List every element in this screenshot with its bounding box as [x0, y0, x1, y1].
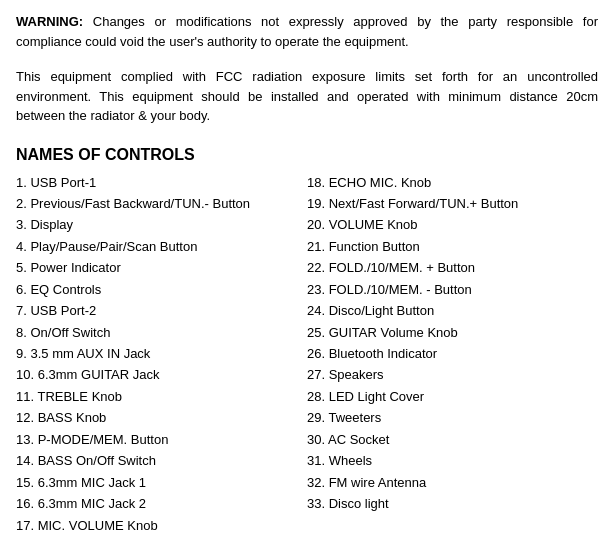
list-item: 29. Tweeters	[307, 407, 598, 428]
list-item: 10. 6.3mm GUITAR Jack	[16, 364, 307, 385]
list-item: 5. Power Indicator	[16, 257, 307, 278]
list-item: 24. Disco/Light Button	[307, 300, 598, 321]
names-title: NAMES OF CONTROLS	[16, 146, 598, 164]
list-item: 14. BASS On/Off Switch	[16, 450, 307, 471]
list-item: 18. ECHO MIC. Knob	[307, 172, 598, 193]
list-item: 4. Play/Pause/Pair/Scan Button	[16, 236, 307, 257]
list-item: 15. 6.3mm MIC Jack 1	[16, 472, 307, 493]
list-item: 25. GUITAR Volume Knob	[307, 322, 598, 343]
warning-label: WARNING:	[16, 14, 83, 29]
list-item: 20. VOLUME Knob	[307, 214, 598, 235]
fcc-section: This equipment complied with FCC radiati…	[16, 67, 598, 126]
list-item: 33. Disco light	[307, 493, 598, 514]
list-item: 3. Display	[16, 214, 307, 235]
list-item: 12. BASS Knob	[16, 407, 307, 428]
list-item: 11. TREBLE Knob	[16, 386, 307, 407]
warning-body: Changes or modifications not expressly a…	[16, 14, 598, 49]
list-item: 19. Next/Fast Forward/TUN.+ Button	[307, 193, 598, 214]
list-item: 22. FOLD./10/MEM. + Button	[307, 257, 598, 278]
list-item: 8. On/Off Switch	[16, 322, 307, 343]
list-item: 21. Function Button	[307, 236, 598, 257]
list-item: 31. Wheels	[307, 450, 598, 471]
list-item: 7. USB Port-2	[16, 300, 307, 321]
list-item: 2. Previous/Fast Backward/TUN.- Button	[16, 193, 307, 214]
list-item: 16. 6.3mm MIC Jack 2	[16, 493, 307, 514]
warning-section: WARNING: Changes or modifications not ex…	[16, 12, 598, 51]
list-item: 17. MIC. VOLUME Knob	[16, 515, 307, 536]
list-item: 13. P-MODE/MEM. Button	[16, 429, 307, 450]
list-item: 32. FM wire Antenna	[307, 472, 598, 493]
list-item: 30. AC Socket	[307, 429, 598, 450]
list-item: 28. LED Light Cover	[307, 386, 598, 407]
list-item: 26. Bluetooth Indicator	[307, 343, 598, 364]
controls-grid: 1. USB Port-12. Previous/Fast Backward/T…	[16, 172, 598, 536]
list-item: 9. 3.5 mm AUX IN Jack	[16, 343, 307, 364]
warning-text: WARNING: Changes or modifications not ex…	[16, 12, 598, 51]
list-item: 1. USB Port-1	[16, 172, 307, 193]
fcc-text: This equipment complied with FCC radiati…	[16, 67, 598, 126]
list-item: 27. Speakers	[307, 364, 598, 385]
controls-right-col: 18. ECHO MIC. Knob19. Next/Fast Forward/…	[307, 172, 598, 536]
controls-left-col: 1. USB Port-12. Previous/Fast Backward/T…	[16, 172, 307, 536]
list-item: 23. FOLD./10/MEM. - Button	[307, 279, 598, 300]
list-item: 6. EQ Controls	[16, 279, 307, 300]
names-section: NAMES OF CONTROLS 1. USB Port-12. Previo…	[16, 146, 598, 536]
